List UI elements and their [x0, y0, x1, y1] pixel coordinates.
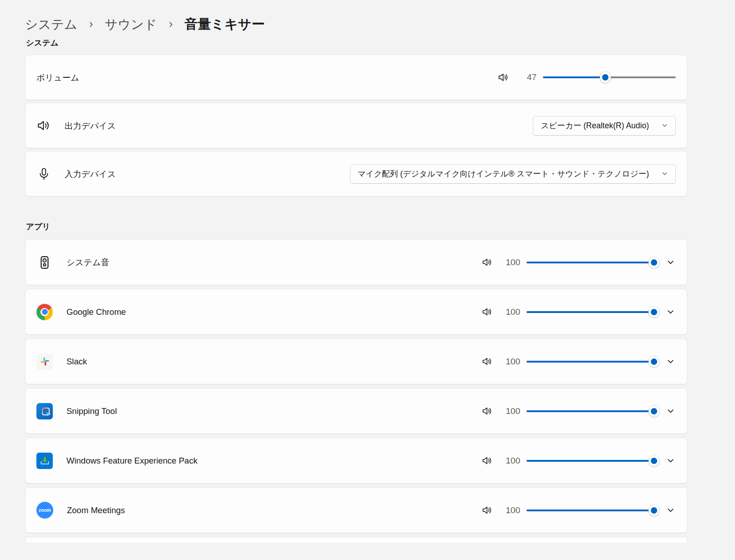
speaker-icon[interactable] [481, 505, 493, 516]
slider-fill [527, 510, 654, 511]
app-name: Snipping Tool [66, 406, 117, 416]
app-name: Zoom Meetings [67, 505, 125, 515]
volume-label: ボリューム [36, 72, 79, 83]
system-volume-card: ボリューム 47 [25, 55, 687, 100]
speaker-icon[interactable] [481, 455, 493, 467]
expand-chevron-down-icon[interactable] [665, 406, 676, 417]
breadcrumb-separator-icon: › [169, 17, 173, 31]
slider-thumb[interactable] [649, 455, 659, 466]
app-row-google-chrome: Google Chrome 100 [25, 289, 687, 335]
slider-fill [543, 76, 605, 78]
zoom-meetings-icon: zoom [36, 502, 53, 519]
expand-chevron-down-icon[interactable] [665, 455, 676, 466]
system-sounds-icon [36, 254, 53, 271]
settings-volume-mixer-page: システム › サウンド › 音量ミキサー システム ボリューム 47 [25, 0, 687, 543]
slider-fill [527, 410, 654, 412]
slider-thumb[interactable] [649, 356, 659, 367]
speaker-icon [36, 118, 51, 133]
app-volume-slider[interactable] [527, 305, 654, 319]
slider-thumb[interactable] [649, 406, 659, 417]
app-volume-value: 100 [503, 456, 520, 466]
app-name: システム音 [66, 257, 109, 268]
output-device-label: 出力デバイス [65, 120, 116, 131]
next-card-partial [25, 537, 687, 543]
app-row-zoom-meetings: zoom Zoom Meetings 100 [25, 487, 687, 533]
zoom-logo-text: zoom [39, 508, 51, 513]
input-device-card: 入力デバイス マイク配列 (デジタルマイク向けインテル® スマート・サウンド・テ… [25, 151, 687, 197]
output-device-selected: スピーカー (Realtek(R) Audio) [541, 120, 649, 131]
snipping-tool-icon [36, 403, 53, 419]
app-volume-slider[interactable] [527, 355, 654, 368]
app-volume-value: 100 [503, 307, 520, 317]
expand-chevron-down-icon[interactable] [665, 307, 676, 318]
app-volume-value: 100 [503, 257, 520, 267]
app-row-system-sounds: システム音 100 [25, 239, 687, 285]
breadcrumb-sound[interactable]: サウンド [105, 16, 157, 33]
slider-thumb[interactable] [649, 257, 659, 268]
slider-fill [527, 262, 654, 263]
speaker-icon[interactable] [481, 356, 493, 368]
speaker-icon[interactable] [481, 405, 493, 417]
slider-fill [527, 361, 654, 363]
app-volume-slider[interactable] [527, 256, 654, 269]
expand-chevron-down-icon[interactable] [665, 356, 676, 367]
speaker-icon[interactable] [497, 71, 509, 83]
slider-thumb[interactable] [649, 505, 659, 516]
slack-icon [36, 353, 53, 370]
volume-value: 47 [519, 72, 537, 82]
app-volume-value: 100 [503, 505, 520, 515]
breadcrumb-separator-icon: › [89, 17, 93, 31]
app-volume-slider[interactable] [527, 404, 654, 418]
slider-fill [527, 311, 654, 313]
app-row-windows-feature-experience-pack: Windows Feature Experience Pack 100 [25, 438, 687, 484]
app-volume-value: 100 [503, 406, 520, 416]
input-device-dropdown[interactable]: マイク配列 (デジタルマイク向けインテル® スマート・サウンド・テクノロジー) [350, 164, 676, 184]
app-name: Slack [66, 357, 87, 367]
output-device-card: 出力デバイス スピーカー (Realtek(R) Audio) [25, 103, 687, 148]
expand-chevron-down-icon[interactable] [665, 257, 676, 268]
speaker-icon[interactable] [481, 257, 493, 268]
app-volume-slider[interactable] [527, 454, 654, 468]
page-title: 音量ミキサー [185, 15, 265, 34]
system-volume-slider[interactable] [543, 71, 676, 84]
slider-fill [527, 460, 654, 462]
app-name: Google Chrome [66, 307, 126, 317]
breadcrumb: システム › サウンド › 音量ミキサー [25, 0, 687, 33]
windows-feature-experience-pack-icon [36, 453, 53, 469]
input-device-label: 入力デバイス [65, 168, 116, 180]
expand-chevron-down-icon[interactable] [665, 505, 676, 516]
section-title-apps: アプリ [26, 221, 687, 232]
breadcrumb-system[interactable]: システム [25, 16, 77, 33]
slider-thumb[interactable] [600, 72, 611, 83]
slider-thumb[interactable] [649, 307, 659, 318]
app-row-snipping-tool: Snipping Tool 100 [25, 388, 687, 434]
speaker-icon[interactable] [481, 306, 493, 318]
app-row-slack: Slack 100 [25, 338, 687, 384]
section-title-system: システム [26, 37, 687, 48]
app-volume-slider[interactable] [527, 504, 654, 517]
chevron-down-icon [661, 121, 669, 129]
chrome-icon [36, 304, 53, 320]
app-volume-value: 100 [503, 357, 520, 367]
chevron-down-icon [661, 170, 669, 177]
microphone-icon [36, 166, 51, 181]
output-device-dropdown[interactable]: スピーカー (Realtek(R) Audio) [533, 116, 676, 136]
input-device-selected: マイク配列 (デジタルマイク向けインテル® スマート・サウンド・テクノロジー) [358, 168, 649, 179]
app-name: Windows Feature Experience Pack [66, 456, 198, 466]
